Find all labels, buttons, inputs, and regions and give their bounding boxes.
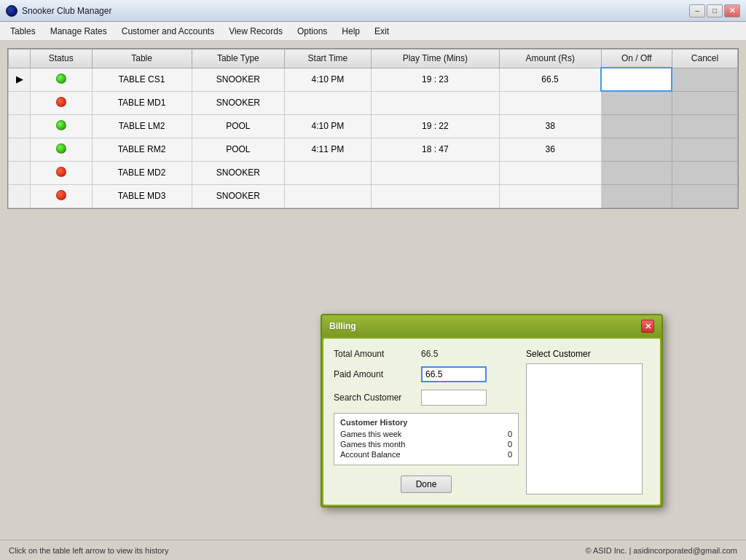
status-right-text: © ASID Inc. | asidincorporated@gmail.com — [585, 546, 737, 555]
status-dot-green — [56, 143, 66, 154]
dialog-left-panel: Total Amount 66.5 Paid Amount Search Cus… — [334, 349, 519, 494]
table-type-cell: SNOOKER — [192, 91, 285, 114]
total-amount-label: Total Amount — [334, 349, 421, 359]
on-off-button[interactable] — [601, 68, 672, 91]
table-row: TABLE RM2POOL4:11 PM18 : 4736 — [9, 138, 738, 161]
search-customer-input[interactable] — [421, 390, 487, 406]
col-cancel: Cancel — [672, 50, 737, 68]
on-off-button[interactable] — [601, 91, 672, 114]
table-row: TABLE LM2POOL4:10 PM19 : 2238 — [9, 114, 738, 138]
games-month-value: 0 — [508, 440, 512, 449]
menu-exit[interactable]: Exit — [367, 23, 396, 39]
cancel-button[interactable] — [672, 138, 737, 161]
account-balance-row: Account Balance 0 — [340, 450, 512, 459]
col-on-off: On / Off — [601, 50, 672, 68]
games-month-row: Games this month 0 — [340, 440, 512, 449]
start-time-cell — [285, 184, 372, 208]
status-left-text: Click on the table left arrow to view it… — [9, 546, 168, 555]
dialog-title: Billing — [329, 321, 356, 331]
play-time-cell: 19 : 23 — [371, 68, 499, 91]
table-type-cell: POOL — [192, 138, 285, 161]
status-cell — [31, 138, 93, 161]
main-content: Status Table Table Type Start Time Play … — [0, 41, 746, 540]
search-customer-row: Search Customer — [334, 390, 519, 406]
menu-help[interactable]: Help — [334, 23, 367, 39]
window-controls: – □ ✕ — [689, 4, 740, 17]
menu-options[interactable]: Options — [290, 23, 334, 39]
select-customer-label: Select Customer — [526, 349, 650, 359]
table-name-cell: TABLE MD2 — [92, 161, 192, 184]
customer-list-box[interactable] — [526, 363, 643, 494]
play-time-cell — [371, 184, 499, 208]
col-arrow — [9, 50, 31, 68]
status-cell — [31, 161, 93, 184]
paid-amount-row: Paid Amount — [334, 366, 519, 382]
paid-amount-input[interactable] — [421, 366, 487, 382]
account-balance-value: 0 — [508, 450, 512, 459]
cancel-button[interactable] — [672, 91, 737, 114]
status-dot-red — [56, 97, 66, 107]
amount-cell: 36 — [499, 138, 601, 161]
start-time-cell — [285, 91, 372, 114]
table-name-cell: TABLE MD3 — [92, 184, 192, 208]
start-time-cell: 4:10 PM — [285, 114, 372, 138]
dialog-content: Total Amount 66.5 Paid Amount Search Cus… — [334, 349, 650, 494]
col-start-time: Start Time — [285, 50, 372, 68]
cancel-button[interactable] — [672, 68, 737, 91]
cancel-button[interactable] — [672, 161, 737, 184]
account-balance-label: Account Balance — [340, 450, 401, 459]
table-type-cell: POOL — [192, 114, 285, 138]
games-week-value: 0 — [508, 430, 512, 438]
status-dot-red — [56, 167, 66, 177]
arrow-cell — [9, 114, 31, 138]
menu-tables[interactable]: Tables — [3, 23, 43, 39]
menu-view-records[interactable]: View Records — [221, 23, 290, 39]
maximize-button[interactable]: □ — [707, 4, 723, 17]
total-amount-value: 66.5 — [421, 349, 438, 359]
on-off-button[interactable] — [601, 138, 672, 161]
status-cell — [31, 114, 93, 138]
search-customer-label: Search Customer — [334, 393, 421, 403]
status-dot-red — [56, 190, 66, 200]
table-type-cell: SNOOKER — [192, 68, 285, 91]
total-amount-row: Total Amount 66.5 — [334, 349, 519, 359]
done-button[interactable]: Done — [401, 476, 452, 493]
col-status: Status — [31, 50, 93, 68]
col-play-time: Play Time (Mins) — [371, 50, 499, 68]
table-name-cell: TABLE MD1 — [92, 91, 192, 114]
amount-cell — [499, 184, 601, 208]
col-table: Table — [92, 50, 192, 68]
on-off-button[interactable] — [601, 114, 672, 138]
dialog-footer: Done — [334, 468, 519, 493]
on-off-button[interactable] — [601, 184, 672, 208]
cancel-button[interactable] — [672, 114, 737, 138]
table-type-cell: SNOOKER — [192, 184, 285, 208]
billing-dialog: Billing ✕ Total Amount 66.5 Paid Amount — [321, 314, 663, 508]
menu-bar: Tables Manage Rates Customer and Account… — [0, 22, 746, 41]
arrow-cell — [9, 161, 31, 184]
minimize-button[interactable]: – — [689, 4, 705, 17]
menu-customer-accounts[interactable]: Customer and Accounts — [114, 23, 221, 39]
games-week-row: Games this week 0 — [340, 430, 512, 438]
amount-cell: 38 — [499, 114, 601, 138]
table-row: TABLE MD3SNOOKER — [9, 184, 738, 208]
app-icon — [6, 5, 17, 17]
table-type-cell: SNOOKER — [192, 161, 285, 184]
table-row: ▶TABLE CS1SNOOKER4:10 PM19 : 2366.5 — [9, 68, 738, 91]
start-time-cell: 4:10 PM — [285, 68, 372, 91]
table-row: TABLE MD2SNOOKER — [9, 161, 738, 184]
start-time-cell: 4:11 PM — [285, 138, 372, 161]
col-amount: Amount (Rs) — [499, 50, 601, 68]
on-off-button[interactable] — [601, 161, 672, 184]
dialog-close-button[interactable]: ✕ — [641, 320, 654, 333]
tables-grid: Status Table Table Type Start Time Play … — [7, 48, 739, 209]
arrow-cell — [9, 91, 31, 114]
table-name-cell: TABLE LM2 — [92, 114, 192, 138]
menu-manage-rates[interactable]: Manage Rates — [43, 23, 114, 39]
dialog-body: Total Amount 66.5 Paid Amount Search Cus… — [323, 339, 660, 505]
status-dot-green — [56, 74, 66, 84]
close-button[interactable]: ✕ — [724, 4, 740, 17]
amount-cell: 66.5 — [499, 68, 601, 91]
data-table: Status Table Table Type Start Time Play … — [8, 49, 738, 208]
cancel-button[interactable] — [672, 184, 737, 208]
